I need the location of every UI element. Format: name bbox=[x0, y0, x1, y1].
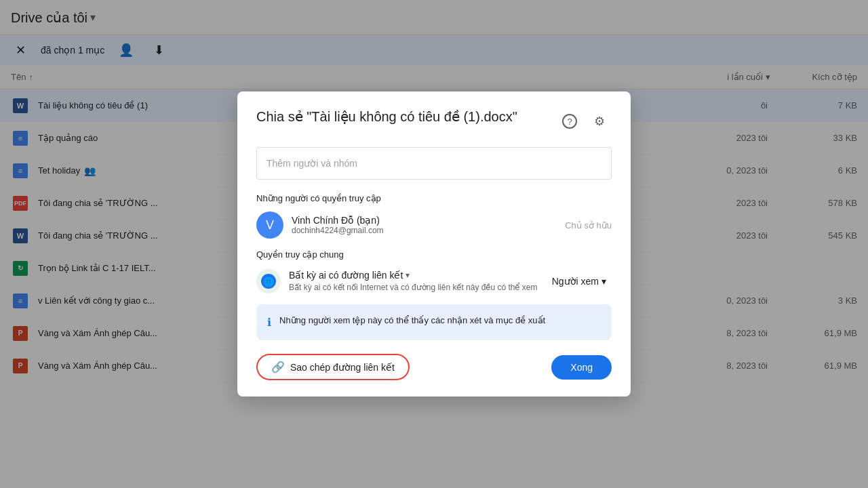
avatar: V bbox=[256, 211, 283, 239]
user-name: Vinh Chính Đỗ (bạn) bbox=[292, 215, 557, 226]
link-icon: 🔗 bbox=[271, 361, 285, 373]
help-icon: ? bbox=[562, 114, 577, 129]
modal-icon-buttons: ? ⚙ bbox=[557, 109, 612, 134]
link-label-row[interactable]: Bất kỳ ai có đường liên kết ▾ bbox=[289, 270, 538, 281]
share-modal: Chia sẻ "Tài liệu không có tiêu đề (1).d… bbox=[237, 92, 631, 396]
globe-icon: 🌐 bbox=[261, 274, 276, 289]
settings-button[interactable]: ⚙ bbox=[587, 109, 612, 134]
modal-footer: 🔗 Sao chép đường liên kết Xong bbox=[256, 354, 612, 380]
user-row: V Vinh Chính Đỗ (bạn) dochinh4224@gmail.… bbox=[256, 211, 612, 239]
viewer-role-label: Người xem bbox=[552, 276, 599, 287]
done-label: Xong bbox=[570, 362, 593, 373]
info-icon: ℹ bbox=[267, 314, 271, 331]
access-row: 🌐 Bất kỳ ai có đường liên kết ▾ Bất kỳ a… bbox=[256, 269, 612, 293]
add-people-input-wrap[interactable] bbox=[256, 147, 612, 180]
help-button[interactable]: ? bbox=[557, 109, 582, 134]
viewer-role-button[interactable]: Người xem ▾ bbox=[547, 273, 612, 289]
user-role: Chủ sở hữu bbox=[565, 220, 612, 230]
general-access-title: Quyền truy cập chung bbox=[256, 249, 612, 260]
modal-header: Chia sẻ "Tài liệu không có tiêu đề (1).d… bbox=[256, 108, 612, 134]
copy-link-button[interactable]: 🔗 Sao chép đường liên kết bbox=[256, 354, 410, 380]
modal-title: Chia sẻ "Tài liệu không có tiêu đề (1).d… bbox=[256, 108, 517, 125]
info-box: ℹ Những người xem tệp này có thể thấy cá… bbox=[256, 304, 612, 340]
access-info: Bất kỳ ai có đường liên kết ▾ Bất kỳ ai … bbox=[289, 270, 538, 293]
gear-icon: ⚙ bbox=[594, 114, 605, 129]
link-dropdown-arrow: ▾ bbox=[406, 270, 410, 280]
info-text: Những người xem tệp này có thể thấy các … bbox=[279, 314, 545, 327]
link-label-text: Bất kỳ ai có đường liên kết bbox=[289, 270, 403, 281]
user-email: dochinh4224@gmail.com bbox=[292, 226, 557, 235]
access-section-title: Những người có quyền truy cập bbox=[256, 193, 612, 203]
general-access-section: Quyền truy cập chung 🌐 Bất kỳ ai có đườn… bbox=[256, 249, 612, 293]
link-desc-text: Bất kỳ ai có kết nối Internet và có đườn… bbox=[289, 282, 538, 293]
add-people-input[interactable] bbox=[267, 158, 601, 169]
globe-icon-wrap: 🌐 bbox=[256, 269, 281, 293]
user-info: Vinh Chính Đỗ (bạn) dochinh4224@gmail.co… bbox=[292, 215, 557, 235]
copy-link-label: Sao chép đường liên kết bbox=[290, 362, 395, 373]
role-dropdown-arrow: ▾ bbox=[601, 276, 606, 287]
done-button[interactable]: Xong bbox=[551, 355, 612, 380]
avatar-letter: V bbox=[266, 218, 274, 232]
